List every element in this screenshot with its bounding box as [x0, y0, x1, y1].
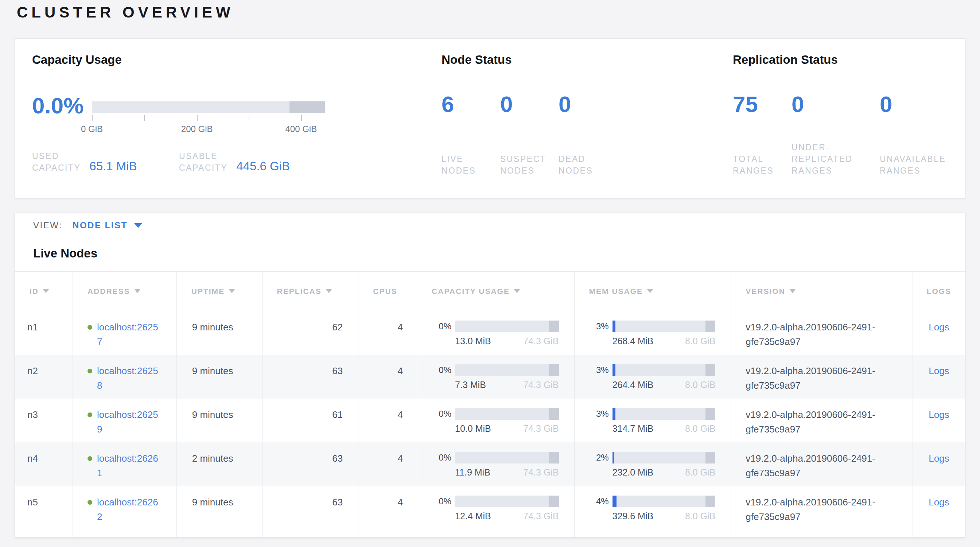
cell-node-id: n1 [15, 311, 73, 355]
status-metric-label: TOTAL RANGES [733, 153, 792, 177]
table-header-row: ID ADDRESS UPTIME REPLICAS [15, 271, 965, 311]
axis-tick [144, 115, 145, 121]
status-metric-value: 0 [558, 92, 593, 117]
column-header-label: LOGS [927, 287, 951, 296]
capacity-used-value: 10.0 MiB [455, 423, 491, 434]
mem-minibar-fill [612, 496, 617, 507]
address-link[interactable]: localhost:26258 [97, 364, 161, 393]
capacity-axis: 0 GiB 200 GiB 400 GiB [92, 115, 325, 137]
cell-node-id: n4 [15, 442, 73, 486]
cell-uptime: 2 minutes [177, 442, 262, 486]
column-header-label: MEM USAGE [589, 287, 643, 296]
capacity-minibar-reserved [549, 496, 559, 507]
capacity-stat: USABLE CAPACITY 445.6 GiB [179, 150, 290, 173]
column-header[interactable]: UPTIME [177, 272, 262, 311]
capacity-minibar [455, 364, 559, 376]
address-link[interactable]: localhost:26262 [97, 495, 161, 524]
capacity-total-value: 74.3 GiB [523, 423, 558, 434]
partial-next-row [15, 530, 965, 537]
address-link[interactable]: localhost:26257 [97, 320, 161, 349]
column-header[interactable]: REPLICAS [262, 272, 358, 311]
mem-minibar [612, 496, 716, 507]
capacity-bar-track [92, 102, 325, 113]
cell-replicas: 61 [262, 399, 358, 442]
chevron-down-icon[interactable] [134, 223, 142, 228]
cell-cpus: 4 [358, 486, 417, 530]
mem-minibar-reserved [705, 364, 715, 376]
capacity-percent-value: 0.0% [32, 93, 83, 118]
axis-tick [249, 115, 250, 121]
logs-link[interactable]: Logs [929, 453, 949, 464]
column-header[interactable]: CAPACITY USAGE [417, 272, 574, 311]
status-metric-value: 0 [880, 92, 946, 117]
cell-version: v19.2.0-alpha.20190606-2491-gfe735c9a97 [730, 442, 913, 486]
mem-minibar-fill [612, 364, 616, 376]
column-header[interactable]: VERSION [730, 272, 913, 311]
mem-percent: 3% [589, 364, 612, 376]
capacity-stat-label: USED CAPACITY [32, 150, 81, 173]
capacity-minibar-reserved [549, 452, 559, 463]
cell-logs: Logs [913, 399, 965, 442]
mem-minibar [612, 364, 716, 376]
cell-capacity-usage: 0% 10.0 MiB 74.3 GiB [417, 399, 574, 442]
cell-logs: Logs [913, 355, 965, 399]
sort-arrow-icon [43, 289, 49, 293]
status-metric-label: LIVE NODES [442, 153, 500, 177]
cell-cpus: 4 [358, 442, 417, 486]
cell-node-id: n2 [15, 355, 73, 399]
cell-cpus: 4 [358, 311, 417, 355]
column-header[interactable]: ID [15, 272, 73, 311]
cell-address: localhost:26262 [73, 486, 177, 530]
cell-address: localhost:26261 [73, 442, 177, 486]
logs-link[interactable]: Logs [929, 497, 949, 507]
sort-arrow-icon [647, 289, 653, 293]
logs-link[interactable]: Logs [929, 366, 949, 376]
live-nodes-card: VIEW: NODE LIST Live Nodes ID ADDRESS UP… [14, 213, 966, 537]
status-metric-value: 75 [733, 92, 792, 117]
view-selector-bar: VIEW: NODE LIST [15, 213, 965, 238]
view-dropdown[interactable]: NODE LIST [73, 220, 127, 231]
column-header[interactable]: MEM USAGE [574, 272, 731, 311]
column-header: CPUS [358, 272, 417, 311]
mem-minibar-reserved [705, 496, 715, 507]
table-row: n5 localhost:26262 9 minutes 63 4 0% [15, 486, 965, 530]
sort-arrow-icon [229, 289, 235, 293]
address-link[interactable]: localhost:26261 [97, 451, 161, 480]
mem-minibar-fill [612, 408, 616, 420]
mem-total-value: 8.0 GiB [685, 510, 715, 522]
axis-tick [92, 115, 92, 121]
mem-used-value: 232.0 MiB [612, 467, 654, 478]
column-header-label: ADDRESS [88, 287, 130, 296]
capacity-usage-title: Capacity Usage [32, 52, 122, 68]
address-link[interactable]: localhost:26259 [97, 407, 161, 437]
mem-used-value: 329.6 MiB [612, 510, 654, 522]
logs-link[interactable]: Logs [929, 409, 949, 420]
mem-used-value: 314.7 MiB [612, 423, 654, 434]
version-text: v19.2.0-alpha.20190606-2491-gfe735c9a97 [746, 407, 881, 437]
cell-node-id: n3 [15, 399, 73, 442]
version-text: v19.2.0-alpha.20190606-2491-gfe735c9a97 [746, 495, 881, 524]
status-metric-label: SUSPECT NODES [500, 153, 558, 177]
logs-link[interactable]: Logs [929, 322, 949, 332]
node-live-dot-icon [88, 456, 92, 461]
sort-arrow-icon [790, 289, 795, 293]
mem-minibar-reserved [705, 321, 715, 332]
status-metric: 0 UNDER- REPLICATED RANGES [792, 92, 880, 177]
axis-tick [301, 115, 302, 121]
cell-logs: Logs [913, 486, 965, 530]
table-row: n1 localhost:26257 9 minutes 62 4 0% [15, 311, 965, 355]
capacity-total-value: 74.3 GiB [523, 336, 558, 347]
status-metric: 0 UNAVAILABLE RANGES [880, 92, 946, 177]
capacity-bar-reserved-segment [290, 102, 325, 113]
cell-replicas: 63 [262, 486, 358, 530]
mem-used-value: 268.4 MiB [612, 336, 654, 347]
cell-uptime: 9 minutes [177, 355, 262, 399]
capacity-minibar-reserved [549, 364, 559, 376]
mem-total-value: 8.0 GiB [685, 423, 715, 434]
cell-mem-usage: 2% 232.0 MiB 8.0 GiB [574, 442, 731, 486]
column-header[interactable]: ADDRESS [73, 272, 177, 311]
capacity-used-value: 11.9 MiB [455, 467, 490, 478]
cell-capacity-usage: 0% 12.4 MiB 74.3 GiB [417, 486, 574, 530]
version-text: v19.2.0-alpha.20190606-2491-gfe735c9a97 [746, 451, 881, 480]
page-title: CLUSTER OVERVIEW [17, 3, 234, 22]
